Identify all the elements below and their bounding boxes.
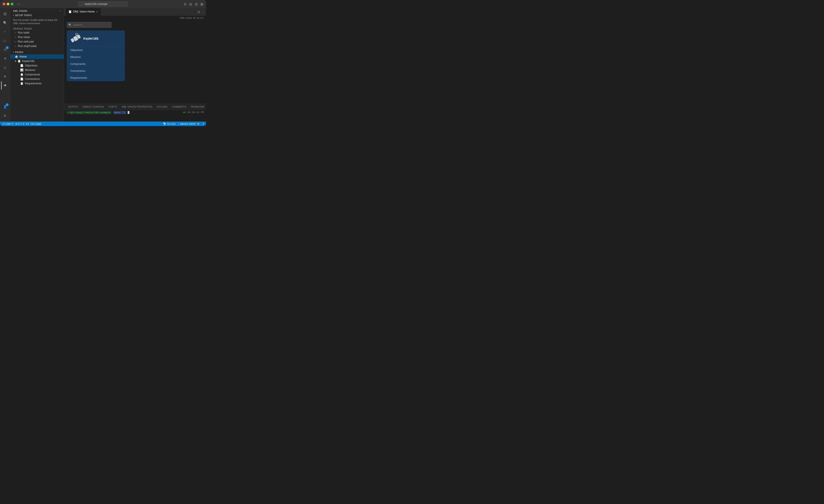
title-search-input[interactable] [78,2,128,6]
sidebar-item-missions[interactable]: 📊 Missions [10,68,64,72]
sidebar-item-connections[interactable]: 📄 Connections [10,77,64,81]
panel-tab-output[interactable]: OUTPUT [66,104,80,110]
panel-tab-ports[interactable]: PORTS [106,104,119,110]
setup-arrow-icon: ▾ [13,14,14,17]
activity-item-oml[interactable]: R [1,73,9,81]
minimize-button[interactable] [7,3,9,5]
gradle-run-owlload[interactable]: ▷ Run owlLoad [10,39,64,44]
go-live-button[interactable]: 📡 Go Live [163,122,176,125]
play-icon: ▷ [15,40,17,43]
terminal-branch: main *1 [113,111,126,114]
status-branch[interactable]: ⎇ main ↻ [2,122,13,125]
oml-version-info: OML Vision 👁 v0.1.0 [180,17,203,19]
settings-icon: ⚙ [4,114,6,118]
sidebar-more-icon[interactable]: ··· [59,10,61,12]
card-link-components[interactable]: Components [67,60,125,68]
terminal-time: 05:59:33 PM [187,111,204,114]
activity-item-settings[interactable]: ⚙ [1,112,9,120]
panel-tab-oml-vision-properties[interactable]: OML VISION PROPERTIES [119,104,155,110]
gradle-run-build[interactable]: ▷ Run build [10,30,64,35]
card-link-objectives[interactable]: Objectives [67,47,125,54]
setup-tasks-section[interactable]: ▾ SETUP TASKS [10,13,64,17]
forward-button[interactable]: › [19,2,20,6]
card-link-requirements[interactable]: Requirements [67,75,125,81]
activity-item-source-control[interactable]: ⑂ [1,28,9,36]
panel: OUTPUT DEBUG CONSOLE PORTS OML VISION PR… [64,104,206,122]
link-icon: 📄 [20,78,23,81]
card-link-missions[interactable]: Missions [67,54,125,60]
warning-count: 0 [23,122,24,125]
activity-item-run[interactable]: ▷ [1,37,9,45]
sidebar-title: OML VISION [13,10,27,12]
layout-icon[interactable]: ▤ [189,2,192,6]
split-editor-icon[interactable]: ⊞ [184,2,187,6]
explorer-icon: ⊞ [3,11,7,16]
editor-search-input[interactable] [67,22,111,28]
customize-layout-icon[interactable]: ▦ [200,2,203,6]
extensions-badge: 3 [6,46,9,49]
close-button[interactable] [3,3,5,5]
sidebar-item-components[interactable]: 📋 Components [10,72,64,77]
testing-icon: ⚗ [4,57,6,60]
sidebar-item-requirements[interactable]: 📋 Requirements [10,81,64,86]
card-link-connections[interactable]: Connections [67,68,125,75]
activity-item-explorer[interactable]: ⊞ [1,10,9,18]
branch-icon: ⎇ [2,122,5,125]
tabnine-button[interactable]: ○ tabnine starter ⚡ [178,122,200,125]
play-icon: ▷ [15,36,17,38]
terminal-ok-text: ok [183,111,186,114]
panel-tab-comments[interactable]: COMMENTS [170,104,189,110]
maximize-button[interactable] [11,3,13,5]
eye-version-icon: 👁 [193,17,196,19]
sidebar-header: OML VISION ··· [10,8,64,13]
activity-item-eye[interactable]: 👁 [1,82,9,90]
oml-version-label: OML Vision [180,17,192,19]
activity-item-extensions[interactable]: ⊟ 3 [1,46,9,54]
sidebar-item-objectives[interactable]: 📄 Objectives [10,64,64,68]
pages-section: ▾ PAGES 🏠 Home ▾ 📋 Kepler16b 📄 Objective… [10,50,64,86]
activity-item-account[interactable]: 👤 2 [1,103,9,111]
panel-tab-debug-console[interactable]: DEBUG CONSOLE [80,104,106,110]
oml-icon: R [4,75,6,78]
tab-label: OML Vision Home [73,10,95,13]
kepler16b-card: Kepler16b Objectives Missions Components… [67,30,125,81]
tab-icon: 📄 [69,10,72,13]
status-errors[interactable]: ⊘ 0 ⚠ 0 [15,122,24,125]
terminal-content: ~/git/pogi7/kepler16b-example main *1 ok… [64,110,206,122]
gradle-run-clean[interactable]: ▷ Run clean [10,35,64,39]
activity-item-remote[interactable]: ⊡ [1,64,9,72]
account-badge: 2 [6,103,9,106]
tab-bar-right: ⊟ ··· [198,10,204,14]
sidebar-item-home[interactable]: 🏠 Home [10,54,64,59]
tab-more-icon[interactable]: ··· [202,10,204,13]
source-control-icon: ⑂ [4,30,6,34]
arrow-icon[interactable]: ↗ [202,122,204,125]
tab-oml-vision-home[interactable]: 📄 OML Vision Home ✕ [66,8,101,16]
terminal-path: ~/git/pogi7/kepler16b-example [66,111,112,114]
back-button[interactable]: ‹ [17,2,18,6]
status-info[interactable]: ℹ 0 [26,122,29,125]
panel-tab-problems[interactable]: PROBLEMS [189,104,206,110]
antenna-icon: 📡 [163,122,166,125]
git-graph-label: Git Graph [31,122,41,125]
activity-item-testing[interactable]: ⚗ [1,54,9,62]
pages-section-header[interactable]: ▾ PAGES [10,50,64,54]
tab-close-icon[interactable]: ✕ [96,10,98,13]
panel-layout-icon[interactable]: ▥ [195,2,198,6]
card-header: Kepler16b [67,30,125,47]
oml-version-header: OML Vision 👁 v0.1.0 [64,16,206,20]
gradle-run-stopfuseki[interactable]: ▷ Run stopFuseki [10,44,64,48]
split-editor-icon[interactable]: ⊟ [198,10,200,14]
activity-item-search[interactable]: 🔍 [1,19,9,27]
panel-tab-gitlens[interactable]: GITLENS [154,104,170,110]
title-bar: ‹ › 🔍 kepler16b-example ⊞ ▤ ▥ ▦ [0,0,206,8]
pages-label: PAGES [15,51,23,53]
error-count: 0 [18,122,19,125]
activity-bar: ⊞ 🔍 ⑂ ▷ ⊟ 3 ⚗ ⊡ R 👁 👤 [0,8,10,122]
active-indicator [1,82,2,90]
run-icon: ▷ [4,39,6,43]
card-area: Kepler16b Objectives Missions Components… [64,29,206,82]
status-git-graph[interactable]: Git Graph [31,122,41,125]
lightning-icon: ⚡ [197,122,200,125]
sidebar-item-kepler16b[interactable]: ▾ 📋 Kepler16b [10,59,64,64]
